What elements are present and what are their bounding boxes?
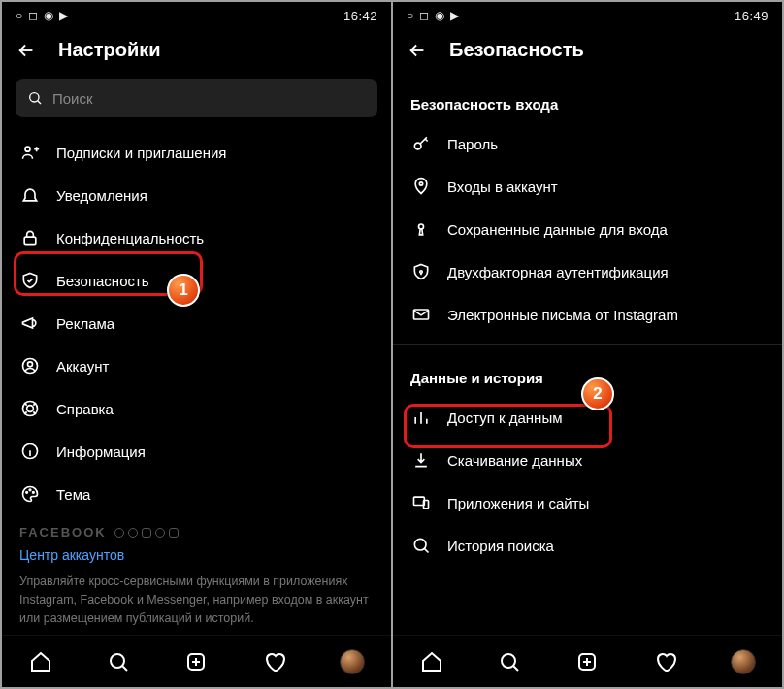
lifebuoy-icon bbox=[19, 398, 41, 419]
security-screen: ○◻◉▶ 16:49 Безопасность Безопасность вхо… bbox=[391, 2, 782, 687]
divider bbox=[393, 344, 782, 344]
section-data-title: Данные и история bbox=[393, 352, 782, 396]
search-icon bbox=[410, 535, 432, 556]
menu-label: Сохраненные данные для входа bbox=[447, 221, 668, 238]
menu-label: Безопасность bbox=[56, 273, 149, 289]
menu-label: Аккаунт bbox=[56, 358, 109, 375]
bottom-nav bbox=[393, 635, 782, 687]
menu-label: Реклама bbox=[56, 315, 114, 332]
accounts-center-link[interactable]: Центр аккаунтов bbox=[2, 540, 391, 567]
svg-point-4 bbox=[28, 362, 33, 367]
svg-point-13 bbox=[414, 143, 421, 149]
menu-item-login-activity[interactable]: Входы в аккаунт bbox=[393, 165, 782, 208]
devices-icon bbox=[410, 492, 432, 513]
svg-point-21 bbox=[502, 654, 515, 668]
menu-item-notifications[interactable]: Уведомления bbox=[2, 174, 391, 216]
menu-label: Информация bbox=[56, 443, 146, 460]
menu-item-privacy[interactable]: Конфиденциальность bbox=[2, 216, 391, 259]
menu-label: Конфиденциальность bbox=[56, 230, 204, 246]
svg-point-16 bbox=[420, 271, 423, 274]
menu-item-saved-login[interactable]: Сохраненные данные для входа bbox=[393, 208, 782, 250]
nav-home-icon[interactable] bbox=[28, 649, 53, 674]
svg-point-20 bbox=[414, 539, 426, 550]
info-icon bbox=[19, 441, 41, 462]
menu-item-search-history[interactable]: История поиска bbox=[393, 524, 782, 567]
nav-add-icon[interactable] bbox=[574, 649, 600, 674]
status-bar: ○◻◉▶ 16:49 bbox=[393, 2, 782, 29]
menu-label: Тема bbox=[56, 486, 90, 503]
nav-home-icon[interactable] bbox=[419, 649, 444, 674]
shield-check-icon bbox=[19, 270, 41, 291]
menu-label: История поиска bbox=[447, 538, 554, 554]
bottom-nav bbox=[2, 635, 391, 687]
nav-search-icon[interactable] bbox=[106, 649, 131, 674]
keyhole-icon bbox=[410, 218, 432, 240]
location-icon bbox=[410, 176, 432, 197]
menu-item-security[interactable]: Безопасность bbox=[2, 259, 391, 302]
menu-label: Пароль bbox=[447, 136, 498, 152]
svg-point-0 bbox=[30, 93, 39, 102]
menu-item-download-data[interactable]: Скачивание данных bbox=[393, 439, 782, 481]
settings-screen: ○◻◉▶ 16:42 Настройки Поиск Подписки и пр… bbox=[2, 2, 391, 687]
svg-point-9 bbox=[29, 489, 31, 491]
menu-item-emails[interactable]: Электронные письма от Instagram bbox=[393, 293, 782, 336]
menu-item-ads[interactable]: Реклама bbox=[2, 302, 391, 344]
svg-point-1 bbox=[25, 147, 30, 151]
svg-rect-19 bbox=[424, 501, 429, 509]
svg-point-8 bbox=[26, 492, 28, 494]
menu-item-data-access[interactable]: Доступ к данным bbox=[393, 396, 782, 439]
menu-label: Приложения и сайты bbox=[447, 495, 589, 511]
menu-item-info[interactable]: Информация bbox=[2, 430, 391, 473]
nav-profile-icon[interactable] bbox=[340, 649, 365, 674]
accounts-help-text: Управляйте кросс-сервисными функциями в … bbox=[2, 567, 391, 635]
menu-label: Доступ к данным bbox=[447, 410, 562, 426]
svg-point-11 bbox=[111, 654, 124, 668]
nav-search-icon[interactable] bbox=[497, 649, 522, 674]
menu-label: Входы в аккаунт bbox=[447, 179, 558, 195]
menu-item-subscriptions[interactable]: Подписки и приглашения bbox=[2, 131, 391, 174]
menu-item-apps-sites[interactable]: Приложения и сайты bbox=[393, 481, 782, 524]
svg-rect-2 bbox=[24, 237, 36, 245]
menu-item-2fa[interactable]: Двухфакторная аутентификация bbox=[393, 250, 782, 293]
svg-point-14 bbox=[419, 182, 422, 185]
status-bar: ○◻◉▶ 16:42 bbox=[2, 2, 391, 29]
security-menu: Безопасность входа Пароль Входы в аккаун… bbox=[393, 75, 782, 635]
person-circle-icon bbox=[19, 355, 41, 377]
menu-item-account[interactable]: Аккаунт bbox=[2, 344, 391, 387]
back-icon[interactable] bbox=[16, 40, 37, 61]
lock-icon bbox=[19, 227, 41, 248]
nav-heart-icon[interactable] bbox=[653, 649, 678, 674]
section-login-title: Безопасность входа bbox=[393, 79, 782, 122]
nav-add-icon[interactable] bbox=[183, 649, 209, 674]
nav-heart-icon[interactable] bbox=[262, 649, 287, 674]
menu-label: Скачивание данных bbox=[447, 452, 582, 469]
menu-label: Уведомления bbox=[56, 187, 147, 204]
menu-item-help[interactable]: Справка bbox=[2, 387, 391, 430]
clock: 16:42 bbox=[343, 9, 377, 23]
bell-icon bbox=[19, 184, 41, 206]
nav-profile-icon[interactable] bbox=[731, 649, 756, 674]
menu-item-theme[interactable]: Тема bbox=[2, 473, 391, 515]
mail-icon bbox=[410, 304, 432, 325]
menu-label: Электронные письма от Instagram bbox=[447, 307, 678, 323]
palette-icon bbox=[19, 483, 41, 505]
menu-label: Справка bbox=[56, 401, 114, 417]
svg-point-10 bbox=[33, 492, 35, 494]
svg-point-6 bbox=[27, 406, 34, 412]
back-icon[interactable] bbox=[407, 40, 428, 61]
menu-label: Подписки и приглашения bbox=[56, 145, 226, 161]
settings-menu: Подписки и приглашения Уведомления Конфи… bbox=[2, 127, 391, 635]
page-title: Безопасность bbox=[449, 39, 584, 61]
bars-icon bbox=[410, 407, 432, 428]
download-icon bbox=[410, 449, 432, 471]
facebook-brand: FACEBOOK bbox=[2, 515, 391, 540]
search-input[interactable]: Поиск bbox=[16, 79, 377, 117]
megaphone-icon bbox=[19, 312, 41, 334]
svg-point-15 bbox=[419, 224, 424, 229]
page-title: Настройки bbox=[58, 39, 161, 61]
search-icon bbox=[27, 90, 43, 106]
menu-label: Двухфакторная аутентификация bbox=[447, 264, 669, 280]
shield-lock-icon bbox=[410, 261, 432, 282]
menu-item-password[interactable]: Пароль bbox=[393, 122, 782, 165]
person-plus-icon bbox=[19, 142, 41, 163]
